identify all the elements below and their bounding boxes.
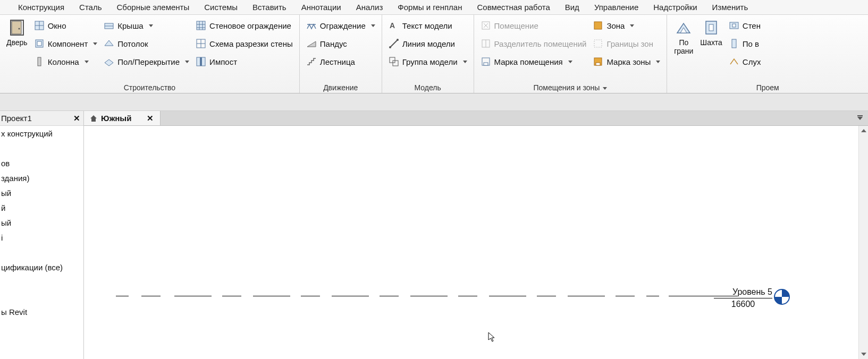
- mullion-icon: [196, 56, 206, 67]
- level-name: Уровень 5: [714, 287, 772, 297]
- browser-item[interactable]: [0, 248, 83, 260]
- button-room-tag[interactable]: Марка помещения: [477, 53, 590, 70]
- browser-item[interactable]: ый: [0, 189, 83, 200]
- browser-item[interactable]: ов: [0, 159, 83, 170]
- button-ramp[interactable]: Пандус: [303, 35, 378, 52]
- button-floor[interactable]: Пол/Перекрытие: [100, 53, 192, 70]
- browser-item[interactable]: й: [0, 203, 83, 215]
- scroll-down-icon[interactable]: [859, 349, 868, 359]
- button-ceiling[interactable]: Потолок: [100, 35, 192, 52]
- scroll-up-icon[interactable]: [859, 126, 868, 135]
- button-curtain-grid[interactable]: Схема разрезки стены: [192, 35, 296, 52]
- shaft-icon: [702, 18, 721, 37]
- browser-item[interactable]: і: [0, 233, 83, 245]
- tab-modify[interactable]: Изменить: [705, 1, 756, 14]
- wallopen-icon: [729, 20, 739, 31]
- component-icon: [34, 38, 45, 49]
- ceiling-icon: [104, 38, 114, 49]
- panel-circulation: Ограждение Пандус Лестница Движение: [300, 15, 382, 93]
- browser-item[interactable]: [0, 293, 83, 304]
- browser-item[interactable]: х конструкций: [0, 129, 83, 141]
- ribbon-tabstrip: Конструкция Сталь Сборные элементы Систе…: [0, 0, 868, 15]
- tab-precast[interactable]: Сборные элементы: [109, 1, 197, 14]
- floor-icon: [104, 56, 114, 67]
- button-opening-dormer[interactable]: Слух: [726, 53, 764, 70]
- svg-rect-31: [484, 63, 488, 65]
- button-railing[interactable]: Ограждение: [303, 17, 378, 34]
- button-opening-vertical[interactable]: По в: [726, 35, 764, 52]
- vertopen-icon: [729, 38, 739, 49]
- browser-item[interactable]: [0, 144, 83, 156]
- button-curtain-wall[interactable]: Стеновое ограждение: [192, 17, 296, 34]
- tab-insert[interactable]: Вставить: [245, 1, 294, 14]
- close-icon[interactable]: ✕: [145, 114, 155, 123]
- button-door[interactable]: Дверь: [3, 17, 31, 48]
- window-icon: [34, 20, 45, 31]
- button-room-separator[interactable]: Разделитель помещений: [477, 35, 590, 52]
- project-browser: Проект1 ✕ х конструкций ов здания) ый й …: [0, 111, 84, 359]
- ramp-icon: [306, 38, 317, 49]
- svg-rect-20: [200, 57, 202, 66]
- button-component[interactable]: Компонент: [31, 35, 101, 52]
- browser-item[interactable]: цификации (все): [0, 263, 83, 275]
- svg-rect-40: [732, 39, 736, 48]
- view-canvas[interactable]: Уровень 5 16600: [84, 126, 868, 359]
- button-model-text[interactable]: A Текст модели: [385, 17, 470, 34]
- button-zone-tag[interactable]: Марка зоны: [589, 53, 663, 70]
- browser-item[interactable]: [0, 278, 83, 289]
- tab-collaborate[interactable]: Совместная работа: [469, 1, 557, 14]
- button-column[interactable]: Колонна: [31, 53, 101, 70]
- level-head-icon[interactable]: [774, 289, 790, 305]
- svg-text:A: A: [390, 21, 395, 30]
- button-model-line[interactable]: Линия модели: [385, 35, 470, 52]
- door-label: Дверь: [6, 38, 28, 47]
- button-zone[interactable]: Зона: [589, 17, 663, 34]
- tab-annotate[interactable]: Аннотации: [294, 1, 349, 14]
- tab-addins[interactable]: Надстройки: [646, 1, 704, 14]
- curtainwall-icon: [196, 20, 206, 31]
- level-line[interactable]: [116, 296, 807, 296]
- room-icon: [481, 20, 491, 31]
- tab-massing[interactable]: Формы и генплан: [390, 1, 469, 14]
- svg-point-24: [397, 39, 399, 41]
- dormer-icon: [729, 56, 739, 67]
- button-by-face[interactable]: Пограни: [670, 17, 697, 56]
- button-room[interactable]: Помещение: [477, 17, 590, 34]
- svg-rect-37: [709, 24, 713, 31]
- level-label[interactable]: Уровень 5 16600: [714, 287, 772, 309]
- button-stair[interactable]: Лестница: [303, 53, 378, 70]
- tab-analyze[interactable]: Анализ: [349, 1, 391, 14]
- curtaingrid-icon: [196, 38, 206, 49]
- browser-item[interactable]: ый: [0, 218, 83, 230]
- svg-rect-32: [594, 22, 602, 29]
- tab-manage[interactable]: Управление: [587, 1, 646, 14]
- button-opening-wall[interactable]: Стен: [726, 17, 764, 34]
- svg-rect-35: [596, 63, 600, 65]
- svg-point-23: [389, 46, 391, 48]
- column-icon: [34, 56, 45, 67]
- button-mullion[interactable]: Импост: [192, 53, 296, 70]
- roomtag-icon: [481, 56, 491, 67]
- byface-icon: [674, 18, 693, 37]
- browser-item[interactable]: здания): [0, 174, 83, 185]
- tab-systems[interactable]: Системы: [197, 1, 245, 14]
- project-browser-title: Проект1: [0, 114, 32, 123]
- button-roof[interactable]: Крыша: [100, 17, 192, 34]
- tab-construction[interactable]: Конструкция: [11, 1, 72, 14]
- svg-rect-11: [197, 21, 205, 30]
- tab-view[interactable]: Вид: [558, 1, 587, 14]
- button-zone-boundary[interactable]: Границы зон: [589, 35, 663, 52]
- panel-title-rooms[interactable]: Помещения и зоны: [477, 81, 664, 93]
- door-icon: [7, 18, 27, 37]
- button-shaft[interactable]: Шахта: [697, 17, 726, 48]
- button-model-group[interactable]: Группа модели: [385, 53, 470, 70]
- view-tab-active[interactable]: Южный ✕: [84, 111, 161, 125]
- views-dropdown-icon[interactable]: [854, 114, 866, 123]
- tab-steel[interactable]: Сталь: [72, 1, 109, 14]
- browser-item[interactable]: ы Revit: [0, 307, 83, 319]
- vertical-scrollbar[interactable]: [858, 126, 868, 359]
- svg-rect-39: [732, 24, 736, 27]
- mouse-cursor-icon: [488, 332, 495, 343]
- close-icon[interactable]: ✕: [72, 114, 81, 123]
- button-window[interactable]: Окно: [31, 17, 101, 34]
